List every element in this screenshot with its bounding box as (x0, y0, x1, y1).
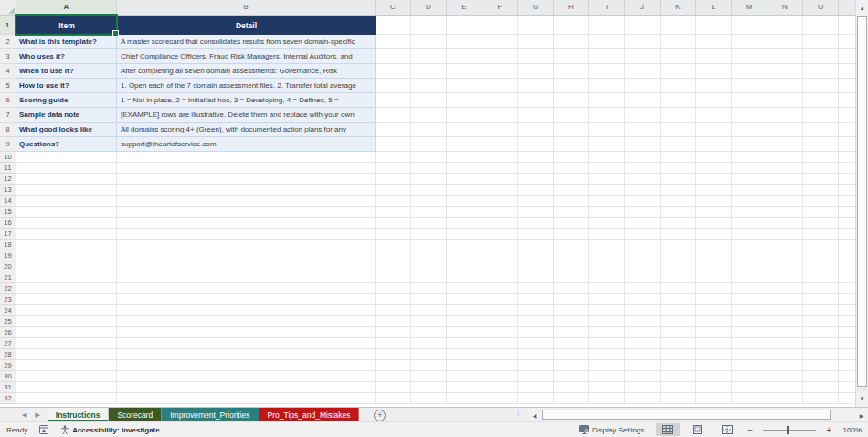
cell-O11[interactable] (803, 163, 839, 174)
row-header-17[interactable]: 17 (0, 229, 16, 240)
sheet-tab-improvement_priorities[interactable]: Improvement_Priorities (162, 408, 259, 421)
cell-D21[interactable] (411, 272, 447, 283)
column-header-E[interactable]: E (447, 0, 482, 16)
cell-B18[interactable] (117, 240, 376, 250)
cell-I16[interactable] (589, 218, 625, 229)
cell-A12[interactable] (16, 174, 117, 185)
cell-J29[interactable] (625, 360, 661, 371)
cell-G25[interactable] (518, 316, 554, 327)
cell-L27[interactable] (696, 338, 732, 349)
cell-A30[interactable] (16, 371, 117, 382)
cell-G7[interactable] (518, 108, 554, 123)
column-header-D[interactable]: D (411, 0, 447, 16)
cell-C27[interactable] (376, 338, 411, 349)
cell-J20[interactable] (625, 261, 661, 272)
cell-H6[interactable] (554, 93, 589, 108)
cell-B19[interactable] (117, 250, 376, 261)
cell-L21[interactable] (696, 272, 732, 283)
cell-D30[interactable] (411, 371, 447, 382)
cell-D3[interactable] (411, 49, 447, 64)
cell-N8[interactable] (767, 123, 803, 137)
cell-K6[interactable] (661, 93, 696, 108)
cell-A19[interactable] (16, 250, 117, 261)
cell-I20[interactable] (589, 261, 625, 272)
cell-H13[interactable] (554, 185, 589, 196)
cell-J12[interactable] (625, 174, 661, 185)
cell-I15[interactable] (589, 207, 625, 218)
cell-M23[interactable] (732, 294, 767, 305)
cell-C25[interactable] (376, 316, 411, 327)
cell-J16[interactable] (625, 218, 661, 229)
row-header-20[interactable]: 20 (0, 261, 16, 272)
vertical-scrollbar[interactable]: ▲ ▼ (855, 0, 868, 407)
cell-I4[interactable] (589, 64, 625, 79)
cell-B9[interactable]: support@theartofservice.com (117, 137, 376, 152)
cell-I23[interactable] (589, 294, 625, 305)
cell-L18[interactable] (696, 240, 732, 250)
cell-L28[interactable] (696, 349, 732, 360)
cell-B17[interactable] (117, 229, 376, 240)
cell-I21[interactable] (589, 272, 625, 283)
horizontal-scrollbar-thumb[interactable] (542, 410, 831, 420)
cell-E13[interactable] (447, 185, 482, 196)
cell-F20[interactable] (482, 261, 518, 272)
cell-I32[interactable] (589, 393, 625, 404)
cell-N2[interactable] (767, 35, 803, 49)
row-header-12[interactable]: 12 (0, 174, 16, 185)
cell-B22[interactable] (117, 283, 376, 294)
cell-C1[interactable] (376, 16, 411, 35)
cell-K24[interactable] (661, 305, 696, 316)
cell-N25[interactable] (767, 316, 803, 327)
cell-K3[interactable] (661, 49, 696, 64)
cell-B31[interactable] (117, 382, 376, 393)
cell-M12[interactable] (732, 174, 767, 185)
cell-H25[interactable] (554, 316, 589, 327)
column-header-L[interactable]: L (696, 0, 732, 16)
cell-A14[interactable] (16, 196, 117, 207)
scroll-down-icon[interactable]: ▼ (856, 389, 868, 406)
cell-F3[interactable] (482, 49, 518, 64)
cell-H1[interactable] (554, 16, 589, 35)
scroll-left-icon[interactable]: ◀ (528, 409, 541, 421)
cell-H4[interactable] (554, 64, 589, 79)
cell-C26[interactable] (376, 327, 411, 338)
sheet-tab-pro_tips_and_mistakes[interactable]: Pro_Tips_and_Mistakes (259, 408, 360, 421)
cell-D7[interactable] (411, 108, 447, 123)
cell-B28[interactable] (117, 349, 376, 360)
cell-A1[interactable]: Item (16, 16, 117, 35)
cell-F10[interactable] (482, 152, 518, 163)
cell-E25[interactable] (447, 316, 482, 327)
cell-O25[interactable] (803, 316, 839, 327)
cell-E7[interactable] (447, 108, 482, 123)
cell-G29[interactable] (518, 360, 554, 371)
cell-C18[interactable] (376, 240, 411, 250)
cell-O6[interactable] (803, 93, 839, 108)
row-header-31[interactable]: 31 (0, 382, 16, 393)
cell-F15[interactable] (482, 207, 518, 218)
cell-H18[interactable] (554, 240, 589, 250)
cell-G13[interactable] (518, 185, 554, 196)
zoom-level[interactable]: 100% (840, 426, 862, 434)
cell-D23[interactable] (411, 294, 447, 305)
cell-O23[interactable] (803, 294, 839, 305)
cell-B26[interactable] (117, 327, 376, 338)
column-header-C[interactable]: C (376, 0, 411, 16)
cell-M13[interactable] (732, 185, 767, 196)
column-header-K[interactable]: K (661, 0, 696, 16)
row-header-1[interactable]: 1 (0, 16, 16, 35)
cell-H27[interactable] (554, 338, 589, 349)
cell-B30[interactable] (117, 371, 376, 382)
cell-M30[interactable] (732, 371, 767, 382)
row-header-8[interactable]: 8 (0, 123, 16, 137)
cell-F30[interactable] (482, 371, 518, 382)
cell-I17[interactable] (589, 229, 625, 240)
cell-M32[interactable] (732, 393, 767, 404)
cell-G17[interactable] (518, 229, 554, 240)
row-header-21[interactable]: 21 (0, 272, 16, 283)
cell-L6[interactable] (696, 93, 732, 108)
cell-G28[interactable] (518, 349, 554, 360)
cell-M22[interactable] (732, 283, 767, 294)
column-header-N[interactable]: N (767, 0, 803, 16)
cell-O19[interactable] (803, 250, 839, 261)
cell-G3[interactable] (518, 49, 554, 64)
